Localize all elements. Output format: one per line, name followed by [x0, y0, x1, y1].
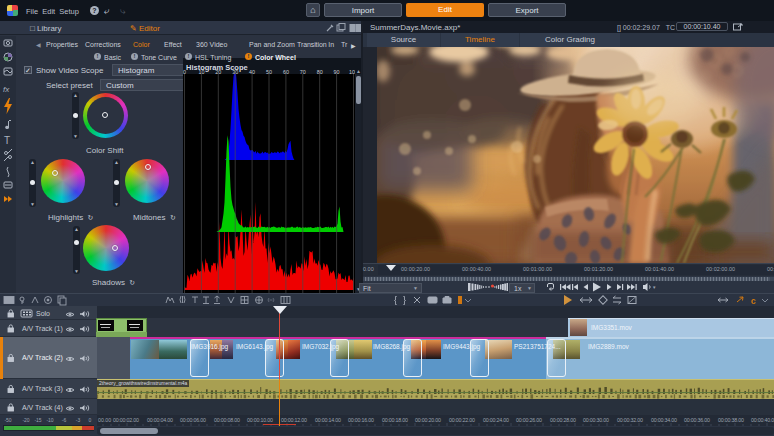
svg-text:30: 30: [232, 69, 238, 75]
svg-text:0: 0: [89, 417, 92, 423]
svg-text:-50: -50: [4, 417, 11, 423]
svg-text:{: {: [394, 295, 397, 305]
svg-text:10: 10: [198, 69, 204, 75]
svg-text:-20: -20: [22, 417, 29, 423]
svg-text:0: 0: [183, 69, 186, 75]
svg-text:80: 80: [317, 69, 323, 75]
svg-text:-10: -10: [46, 417, 53, 423]
svg-text:-15: -15: [34, 417, 41, 423]
svg-text:40: 40: [249, 69, 255, 75]
svg-text:90: 90: [334, 69, 340, 75]
svg-text:50: 50: [266, 69, 272, 75]
svg-text:-6: -6: [62, 417, 67, 423]
svg-text:20: 20: [215, 69, 221, 75]
svg-text:70: 70: [300, 69, 306, 75]
svg-text:60: 60: [283, 69, 289, 75]
svg-text:▼: ▼: [652, 285, 656, 290]
svg-text:}: }: [403, 295, 406, 305]
svg-text:-3: -3: [76, 417, 81, 423]
svg-text:c: c: [751, 296, 756, 306]
